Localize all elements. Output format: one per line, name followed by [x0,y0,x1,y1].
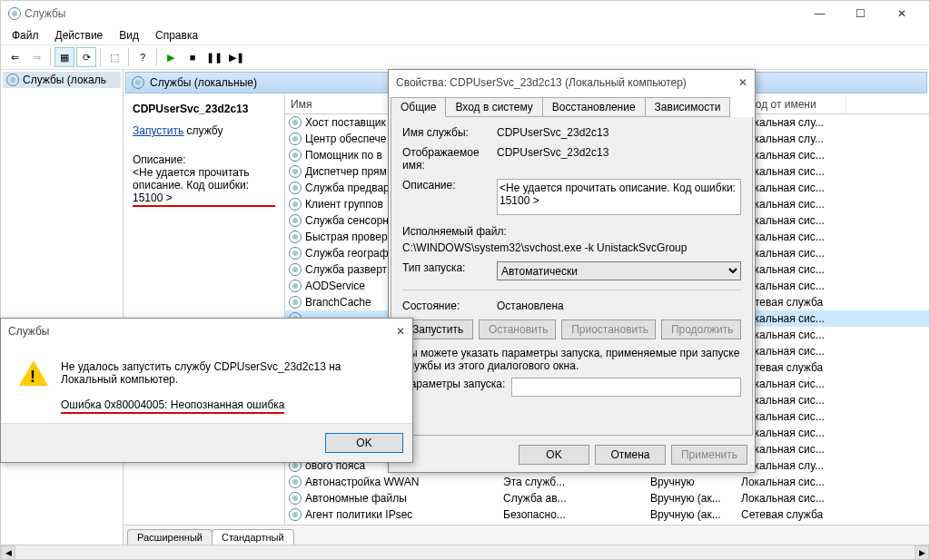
minimize-button[interactable]: — [799,1,840,26]
gear-icon [289,296,302,309]
gear-icon [289,133,302,145]
startup-params-hint: Вы можете указать параметры запуска, при… [402,347,741,372]
pause-button: Приостановить [561,319,656,339]
startup-type-select[interactable]: Автоматически [497,261,741,280]
close-button[interactable]: ✕ [881,1,922,26]
tab-recovery[interactable]: Восстановление [542,97,646,117]
help-button[interactable]: ? [133,47,153,67]
tree-root[interactable]: Службы (локаль [3,72,121,88]
label-executable: Исполняемый файл: [402,225,741,238]
toolbar: ⇐ ⇒ ▦ ⟳ ⬚ ? ▶ ■ ❚❚ ▶❚ [1,44,929,70]
label-service-name: Имя службы: [402,126,497,139]
dialog-titlebar: Свойства: CDPUserSvc_23d2c13 (Локальный … [389,70,755,95]
scroll-right-button[interactable]: ▶ [915,545,929,560]
back-button[interactable]: ⇐ [5,47,25,67]
startup-params-input[interactable] [511,378,741,397]
error-ok-button[interactable]: OK [325,433,403,453]
gear-icon [132,76,144,89]
value-display-name: CDPUserSvc_23d2c13 [497,146,741,172]
label-display-name: Отображаемое имя: [402,146,497,172]
tab-content-general: Имя службы: CDPUserSvc_23d2c13 Отображае… [391,117,753,436]
selected-service-name: CDPUserSvc_23d2c13 [133,103,275,115]
cancel-button[interactable]: Отмена [595,445,666,465]
error-titlebar: Службы ✕ [1,319,412,344]
tab-extended[interactable]: Расширенный [127,529,213,545]
tab-dependencies[interactable]: Зависимости [645,97,731,117]
error-dialog: Службы ✕ Не удалось запустить службу CDP… [0,318,413,463]
description-text: <Не удается прочитать описание. Код ошиб… [133,166,275,207]
export-button[interactable]: ⬚ [104,47,124,67]
view-button[interactable]: ▦ [54,47,74,67]
maximize-button[interactable]: ☐ [840,1,881,26]
label-state: Состояние: [402,300,497,312]
description-textarea[interactable]: <Не удается прочитать описание. Код ошиб… [497,179,741,215]
menu-view[interactable]: Вид [112,27,146,44]
window-title: Службы [25,7,799,20]
menu-action[interactable]: Действие [48,27,111,44]
play-button[interactable]: ▶ [161,47,181,67]
gear-icon [289,214,302,227]
label-params: Параметры запуска: [402,378,511,397]
label-startup-type: Тип запуска: [402,261,497,280]
gear-icon [289,116,302,129]
gear-icon [289,476,302,488]
gear-icon [289,247,302,260]
tree-pane: Службы (локаль [1,70,124,545]
property-tabs: Общие Вход в систему Восстановление Зави… [389,95,755,117]
warning-icon [19,360,48,389]
stop-button[interactable]: ■ [183,47,203,67]
horizontal-scrollbar[interactable]: ◀ ▶ [1,545,929,559]
gear-icon [289,165,302,178]
restart-button[interactable]: ▶❚ [226,47,246,67]
error-message: Не удалось запустить службу CDPUserSvc_2… [61,360,394,386]
value-state: Остановлена [497,300,741,312]
value-executable: C:\WINDOWS\system32\svchost.exe -k Unist… [402,241,741,254]
resume-button: Продолжить [661,319,741,339]
label-description: Описание: [402,179,497,218]
pause-button[interactable]: ❚❚ [204,47,224,67]
tab-general[interactable]: Общие [391,97,446,117]
titlebar: Службы — ☐ ✕ [1,1,929,26]
app-icon [8,7,21,20]
bottom-tabs: Расширенный Стандартный [124,525,929,545]
description-label: Описание: [133,153,275,166]
gear-icon [289,280,302,292]
forward-button[interactable]: ⇒ [26,47,46,67]
gear-icon [289,492,302,505]
close-icon[interactable]: ✕ [738,76,747,89]
ok-button[interactable]: OK [519,445,589,465]
error-code: Ошибка 0x80004005: Неопознанная ошибка [61,398,394,414]
menu-file[interactable]: Файл [5,27,46,44]
tab-logon[interactable]: Вход в систему [445,97,542,117]
apply-button: Применить [671,445,747,465]
close-icon[interactable]: ✕ [396,325,405,338]
gear-icon [289,198,302,211]
scroll-left-button[interactable]: ◀ [1,545,15,560]
table-row[interactable]: Агент политики IPsecБезопасно...Вручную … [285,506,929,523]
tab-standard[interactable]: Стандартный [212,529,294,545]
start-service-link[interactable]: Запустить [133,124,183,137]
stop-button: Остановить [479,319,556,339]
gear-icon [6,74,19,86]
menu-help[interactable]: Справка [148,27,205,44]
gear-icon [289,182,302,194]
table-row[interactable]: Автономные файлыСлужба ав...Вручную (ак.… [285,490,929,506]
menubar: Файл Действие Вид Справка [1,26,929,44]
value-service-name: CDPUserSvc_23d2c13 [497,126,741,139]
gear-icon [289,263,302,276]
refresh-button[interactable]: ⟳ [76,47,96,67]
gear-icon [289,231,302,243]
gear-icon [289,508,302,521]
gear-icon [289,149,302,162]
properties-dialog: Свойства: CDPUserSvc_23d2c13 (Локальный … [388,69,756,473]
table-row[interactable]: Автонастройка WWANЭта служб...ВручнуюЛок… [285,474,929,490]
